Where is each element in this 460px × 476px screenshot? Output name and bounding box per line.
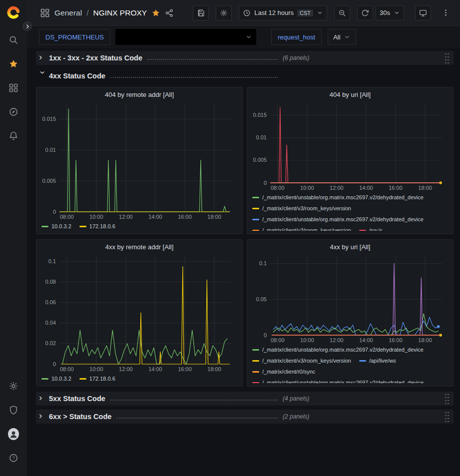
starred-dashboards-icon[interactable]: [8, 58, 19, 69]
refresh-interval-label: 30s: [380, 9, 390, 16]
legend-item[interactable]: /_matrix/client/v3/room_keys/version: [252, 204, 351, 213]
legend-item[interactable]: /_matrix/client/unstable/org.matrix.msc2…: [252, 345, 424, 354]
legend-item[interactable]: /_matrix/client/unstable/org.matrix.msc2…: [252, 215, 424, 224]
legend-swatch-icon: [79, 378, 86, 380]
search-icon[interactable]: [8, 34, 19, 45]
legend-item[interactable]: /_matrix/client/v3/room_keys/version: [252, 356, 351, 365]
panel-title[interactable]: 4xx by uri [All]: [250, 241, 450, 252]
legend-item[interactable]: 172.18.0.6: [79, 222, 115, 231]
row-drag-handle[interactable]: [445, 393, 450, 404]
security-shield-icon[interactable]: [8, 405, 19, 416]
server-admin-gear-icon[interactable]: [8, 381, 19, 392]
favorite-star-icon[interactable]: [151, 8, 160, 17]
svg-text:10:00: 10:00: [300, 185, 314, 191]
tv-mode-button[interactable]: [415, 5, 431, 20]
svg-text:08:00: 08:00: [271, 185, 285, 191]
explore-compass-icon[interactable]: [8, 106, 19, 117]
monitor-icon: [419, 9, 427, 17]
legend-item[interactable]: /_matrix/client/v3/room_keys/version: [252, 226, 351, 231]
svg-text:16:00: 16:00: [389, 337, 403, 343]
legend-label: /_matrix/client/v3/room_keys/version: [262, 356, 351, 365]
legend-swatch-icon: [359, 360, 366, 362]
svg-text:14:00: 14:00: [148, 366, 162, 372]
expand-sidebar-button[interactable]: [22, 21, 32, 31]
legend-label: /_matrix/client/unstable/org.matrix.msc2…: [262, 215, 424, 224]
panel-title[interactable]: 404 by remote addr [All]: [39, 88, 239, 100]
svg-text:0: 0: [53, 361, 56, 367]
legend-item[interactable]: 10.0.3.2: [41, 374, 71, 383]
timeseries-chart[interactable]: 00.0050.010.01508:0010:0012:0014:0016:00…: [39, 100, 239, 221]
time-range-label: Last 12 hours: [254, 9, 294, 16]
legend-item[interactable]: /_matrix/client/r0/sync: [252, 367, 315, 376]
legend-item[interactable]: /_matrix/client/unstable/org.matrix.msc2…: [252, 193, 424, 202]
panel-title[interactable]: 4xx by remote addr [All]: [39, 241, 239, 252]
panel-404-by-remote-addr: 404 by remote addr [All] 00.0050.010.015…: [36, 87, 243, 234]
row-header-5xx[interactable]: › 5xx Status Code (4 panels): [36, 392, 454, 406]
svg-text:0: 0: [264, 180, 267, 186]
svg-text:08:00: 08:00: [271, 337, 285, 343]
svg-text:18:00: 18:00: [207, 214, 221, 220]
refresh-interval-dropdown[interactable]: 30s: [376, 5, 404, 20]
save-icon: [197, 9, 205, 17]
dashboard-settings-button[interactable]: [216, 5, 232, 20]
dashboard-squares-icon: [40, 8, 50, 18]
svg-text:14:00: 14:00: [148, 214, 162, 220]
variable-label-ds-prometheus[interactable]: DS_PROMETHEUS: [39, 29, 110, 45]
panel-title[interactable]: 404 by uri [All]: [250, 88, 450, 100]
svg-text:0.1: 0.1: [48, 258, 56, 264]
topbar: General / NGINX PROXY Last 12 hours CST …: [27, 0, 460, 26]
more-options-kebab[interactable]: [438, 5, 453, 20]
legend-item[interactable]: /_matrix/client/unstable/org.matrix.msc2…: [252, 378, 424, 383]
legend-item[interactable]: /sw.js: [359, 226, 383, 231]
dashboards-icon[interactable]: [8, 82, 19, 93]
row-drag-handle[interactable]: [445, 411, 450, 422]
legend-label: /_matrix/client/unstable/org.matrix.msc2…: [262, 345, 424, 354]
refresh-button[interactable]: [357, 5, 373, 20]
help-icon[interactable]: ?: [8, 453, 19, 464]
user-avatar[interactable]: [8, 429, 19, 440]
chevron-right-icon: ›: [39, 412, 47, 420]
svg-text:14:00: 14:00: [359, 337, 373, 343]
request-host-value: All: [333, 33, 340, 41]
dotted-leader: [147, 59, 278, 60]
variable-label-request-host[interactable]: request_host: [271, 29, 322, 45]
chevron-right-icon: ›: [39, 394, 47, 402]
row-panel-count: (4 panels): [283, 395, 309, 402]
legend-item[interactable]: 172.18.0.6: [79, 374, 115, 383]
legend-label: /_matrix/client/v3/room_keys/version: [262, 204, 351, 213]
panel-legend: 10.0.3.2172.18.0.6: [39, 221, 239, 231]
panel-legend: /_matrix/client/unstable/org.matrix.msc2…: [250, 344, 450, 383]
variable-value-ds-prometheus[interactable]: [115, 29, 256, 45]
row-header-4xx[interactable]: › 4xx Status Code: [36, 69, 454, 83]
svg-text:10:00: 10:00: [89, 366, 103, 372]
row-header-6xx[interactable]: › 6xx > Status Code (2 panels): [36, 410, 454, 424]
svg-text:0.01: 0.01: [45, 147, 56, 153]
time-range-picker[interactable]: Last 12 hours CST: [239, 5, 327, 20]
grafana-logo-icon[interactable]: [6, 5, 21, 20]
variable-value-request-host[interactable]: All: [328, 29, 356, 45]
dashboard-variables-row: DS_PROMETHEUS request_host All: [27, 26, 460, 48]
save-dashboard-button[interactable]: [193, 5, 209, 20]
breadcrumb-folder[interactable]: General: [54, 8, 82, 17]
share-icon[interactable]: [165, 8, 174, 17]
zoom-out-button[interactable]: [334, 5, 350, 20]
dotted-leader: [110, 400, 278, 401]
timeseries-chart[interactable]: 00.0050.010.01508:0010:0012:0014:0016:00…: [250, 100, 450, 192]
timeseries-chart[interactable]: 00.050.108:0010:0012:0014:0016:0018:00: [250, 252, 450, 344]
svg-text:0.05: 0.05: [256, 296, 267, 302]
dashboard-title[interactable]: NGINX PROXY: [93, 8, 147, 17]
row-header-1xx-3xx-2xx[interactable]: › 1xx - 3xx - 2xx Status Code (6 panels): [36, 51, 454, 65]
row-drag-handle[interactable]: [445, 52, 450, 63]
dotted-leader: [116, 418, 278, 419]
sidebar: ?: [0, 0, 27, 476]
legend-item[interactable]: 10.0.3.2: [41, 222, 71, 231]
timeseries-plot: 00.020.040.060.080.108:0010:0012:0014:00…: [39, 252, 239, 373]
svg-text:12:00: 12:00: [119, 366, 133, 372]
legend-swatch-icon: [41, 226, 48, 227]
svg-text:12:00: 12:00: [330, 337, 344, 343]
alerting-bell-icon[interactable]: [8, 130, 19, 141]
timeseries-chart[interactable]: 00.020.040.060.080.108:0010:0012:0014:00…: [39, 252, 239, 373]
panels-grid: 404 by remote addr [All] 00.0050.010.015…: [36, 87, 454, 387]
legend-item[interactable]: /api/live/ws: [359, 356, 396, 365]
legend-label: 10.0.3.2: [51, 222, 71, 231]
